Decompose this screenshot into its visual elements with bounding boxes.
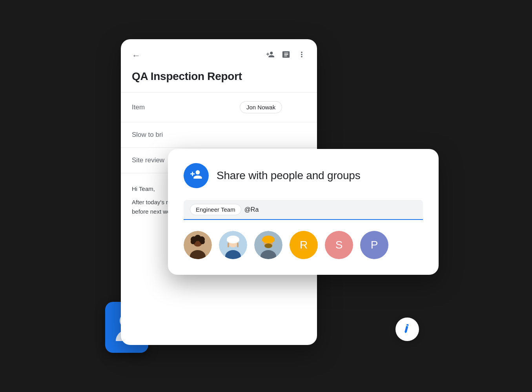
notes-icon[interactable] [282,50,290,61]
avatar-person-3[interactable] [254,231,282,259]
table-cell-label: Item [121,93,229,122]
table-row: Slow to bri [121,122,317,148]
table-row: Item Jon Nowak [121,93,317,122]
svg-point-7 [200,240,205,244]
doc-header: ← [121,39,317,67]
avatar-person-1[interactable] [184,231,212,259]
add-person-share-icon [190,168,202,183]
back-button[interactable]: ← [132,51,140,61]
jon-nowak-tag[interactable]: Jon Nowak [240,101,282,113]
svg-rect-12 [227,240,239,241]
avatar-letter-s[interactable]: S [325,231,353,259]
add-person-icon[interactable] [266,50,275,61]
table-cell-label: Slow to bri [121,122,229,148]
table-cell-value: Jon Nowak [229,93,317,122]
avatar-letter-r[interactable]: R [290,231,318,259]
share-dialog-title: Share with people and groups [217,169,360,182]
header-icons [266,50,306,61]
share-dialog: Share with people and groups Engineer Te… [168,149,439,275]
document-title: QA Inspection Report [121,67,317,92]
svg-point-20 [264,243,272,248]
share-input-area[interactable]: Engineer Team [184,200,423,220]
svg-rect-13 [228,243,229,247]
avatar-letter-p[interactable]: P [360,231,388,259]
share-search-input[interactable] [244,206,417,213]
pencil-icon [400,322,414,337]
share-header: Share with people and groups [184,163,423,188]
edit-fab-button[interactable] [395,318,419,341]
engineer-team-tag[interactable]: Engineer Team [190,204,241,215]
more-options-icon[interactable] [297,50,306,61]
svg-point-6 [191,240,195,244]
share-icon-circle [184,163,209,188]
svg-rect-19 [262,240,275,241]
table-cell-value [229,122,317,148]
scene: ← QA Inspection R [89,27,443,365]
svg-rect-14 [237,243,239,247]
avatar-person-2[interactable] [219,231,247,259]
share-avatars-list: R S P [184,231,423,259]
